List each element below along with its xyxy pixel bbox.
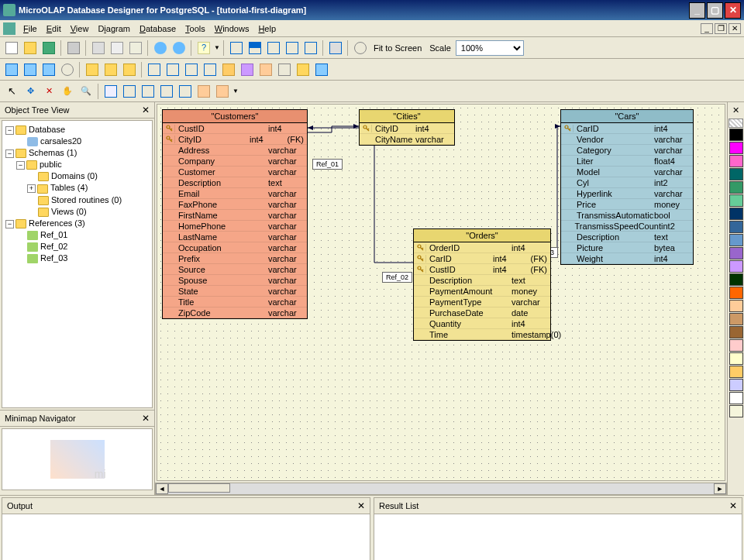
view1-button[interactable] (228, 40, 245, 57)
object-tree[interactable]: −Database carsales20 −Schemas (1) −publi… (2, 120, 153, 408)
table-column-row[interactable]: PaymentTypevarchar (414, 297, 550, 307)
table-column-row[interactable]: FaxPhonevarchar (163, 199, 307, 210)
table-column-row[interactable]: FirstNamevarchar (163, 210, 307, 221)
table-column-row[interactable]: OrderIDint4 (414, 242, 550, 253)
zoom-tool[interactable]: 🔍 (78, 83, 95, 100)
tree-ref1[interactable]: Ref_01 (40, 230, 67, 239)
table-column-row[interactable]: Descriptiontext (414, 275, 550, 286)
table-cars[interactable]: "Cars" CarIDint4VendorvarcharCategoryvar… (560, 109, 694, 265)
help-button[interactable]: ? (195, 40, 212, 57)
minimize-button[interactable]: _ (689, 2, 705, 19)
tree-public[interactable]: public (40, 160, 62, 169)
tool-c9[interactable] (294, 61, 312, 78)
table-column-row[interactable]: Vendorvarchar (561, 134, 693, 145)
color-swatch[interactable] (729, 221, 743, 233)
scroll-thumb[interactable] (168, 483, 230, 493)
tree-toggle[interactable]: − (16, 161, 25, 170)
tool-c7[interactable] (257, 61, 274, 78)
table-column-row[interactable]: TransmissSpeedCountint2 (561, 221, 693, 232)
tree-views[interactable]: Views (0) (51, 207, 87, 216)
table-column-row[interactable]: CityNamevarchar (360, 134, 454, 145)
minimap[interactable]: mi (2, 428, 153, 490)
view2-button[interactable] (246, 40, 264, 57)
output-close[interactable]: ✕ (357, 500, 365, 511)
grid-button[interactable] (327, 40, 344, 57)
color-swatch[interactable] (729, 313, 743, 325)
table-column-row[interactable]: Titlevarchar (163, 297, 307, 307)
table-column-row[interactable]: Prefixvarchar (163, 253, 307, 264)
table-column-row[interactable]: TransmissAutomaticbool (561, 210, 693, 221)
menu-diagram[interactable]: Diagram (93, 22, 135, 35)
close-button[interactable]: ✕ (725, 2, 741, 19)
color-swatch[interactable] (729, 168, 743, 180)
table-column-row[interactable]: Emailvarchar (163, 188, 307, 199)
maximize-button[interactable]: ▢ (707, 2, 723, 19)
pointer-tool[interactable]: ↖ (3, 83, 20, 100)
table-column-row[interactable]: Descriptiontext (561, 232, 693, 242)
color-swatch[interactable] (729, 273, 743, 286)
tree-toggle[interactable]: − (5, 220, 14, 228)
mdi-close[interactable]: ✕ (728, 23, 741, 34)
color-swatch[interactable] (729, 339, 743, 352)
table-column-row[interactable]: CarIDint4 (561, 123, 693, 134)
table-column-row[interactable]: Modelvarchar (561, 167, 693, 177)
diagram-canvas[interactable]: Ref_01 Ref_02 Ref_03 "Customers" CustIDi… (157, 104, 725, 481)
tree-tables[interactable]: Tables (4) (50, 183, 88, 192)
tool-c1[interactable] (146, 61, 163, 78)
color-swatch[interactable] (729, 405, 743, 417)
tool-c5[interactable] (220, 61, 237, 78)
table-column-row[interactable]: CarIDint4(FK) (414, 253, 550, 264)
color-swatch[interactable] (729, 326, 743, 338)
new-button[interactable] (3, 40, 20, 57)
color-swatch[interactable] (729, 129, 743, 141)
tool-c8[interactable] (276, 61, 293, 78)
table-column-row[interactable]: Statevarchar (163, 286, 307, 297)
tool-b1[interactable] (84, 61, 101, 78)
result-close[interactable]: ✕ (729, 500, 737, 511)
tool-a3[interactable] (40, 61, 57, 78)
copy-button[interactable] (90, 40, 107, 57)
tree-references[interactable]: References (3) (29, 218, 85, 228)
table-column-row[interactable]: Spousevarchar (163, 275, 307, 286)
scale-select[interactable]: 100% (456, 40, 524, 56)
table-column-row[interactable]: PurchaseDatedate (414, 307, 550, 318)
tool-b3[interactable] (121, 61, 138, 78)
ref-label-1[interactable]: Ref_01 (312, 159, 343, 170)
table-orders[interactable]: "Orders" OrderIDint4CarIDint4(FK)CustIDi… (413, 228, 551, 341)
table-column-row[interactable]: Sourcevarchar (163, 264, 307, 275)
table-column-row[interactable]: Descriptiontext (163, 177, 307, 188)
undo-button[interactable] (152, 40, 169, 57)
find-button[interactable] (59, 61, 76, 78)
tree-panel-close[interactable]: ✕ (142, 105, 150, 115)
tree-ref3[interactable]: Ref_03 (40, 253, 67, 263)
table-column-row[interactable]: LastNamevarchar (163, 232, 307, 242)
cut-button[interactable] (108, 40, 126, 57)
color-swatch[interactable] (729, 392, 743, 404)
table-column-row[interactable]: Timetimestamp(0) (414, 329, 550, 340)
table-column-row[interactable]: Customervarchar (163, 167, 307, 177)
color-swatch[interactable] (729, 181, 743, 194)
table-column-row[interactable]: Companyvarchar (163, 156, 307, 167)
delete-tool[interactable]: ✕ (40, 83, 57, 100)
zoom-button[interactable] (352, 40, 369, 57)
mdi-restore[interactable]: ❐ (715, 23, 727, 34)
table-column-row[interactable]: Occupationvarchar (163, 242, 307, 253)
color-swatch[interactable] (729, 234, 743, 246)
ref-label-2[interactable]: Ref_02 (382, 272, 412, 283)
table-column-row[interactable]: CustIDint4(FK) (414, 264, 550, 275)
scroll-left-button[interactable]: ◄ (156, 483, 168, 494)
tool-d3[interactable] (140, 83, 157, 100)
table-column-row[interactable]: Literfloat4 (561, 156, 693, 167)
view4-button[interactable] (284, 40, 301, 57)
table-column-row[interactable]: CityIDint4 (360, 123, 454, 134)
save-button[interactable] (40, 40, 57, 57)
tool-a1[interactable] (3, 61, 20, 78)
table-column-row[interactable]: Picturebytea (561, 242, 693, 253)
no-color-swatch[interactable] (728, 119, 743, 128)
color-swatch[interactable] (729, 247, 743, 259)
color-swatch[interactable] (729, 260, 743, 273)
tool-c3[interactable] (183, 61, 200, 78)
move-tool[interactable]: ✥ (22, 83, 39, 100)
mdi-minimize[interactable]: _ (701, 23, 713, 34)
color-swatch[interactable] (729, 352, 743, 365)
